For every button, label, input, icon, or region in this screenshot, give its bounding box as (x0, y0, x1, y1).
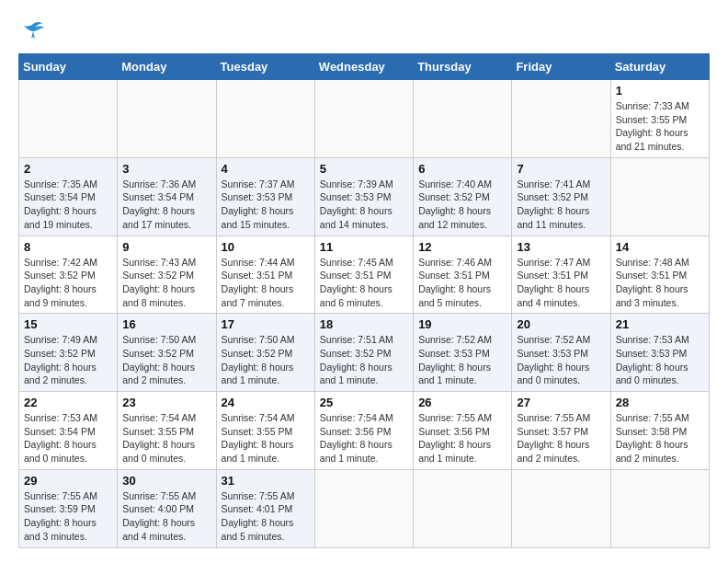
calendar-cell: 27 Sunrise: 7:55 AMSunset: 3:57 PMDaylig… (512, 392, 610, 470)
calendar-cell: 24 Sunrise: 7:54 AMSunset: 3:55 PMDaylig… (216, 392, 314, 470)
day-number: 31 (222, 474, 310, 488)
calendar-cell: 30 Sunrise: 7:55 AMSunset: 4:00 PMDaylig… (118, 469, 216, 547)
day-number: 20 (517, 317, 605, 331)
day-number: 30 (122, 474, 210, 488)
day-info: Sunrise: 7:47 AMSunset: 3:51 PMDaylight:… (517, 256, 605, 310)
day-info: Sunrise: 7:55 AMSunset: 4:01 PMDaylight:… (222, 489, 310, 544)
calendar-cell: 20 Sunrise: 7:52 AMSunset: 3:53 PMDaylig… (512, 314, 610, 392)
calendar-cell: 16 Sunrise: 7:50 AMSunset: 3:52 PMDaylig… (118, 314, 216, 392)
weekday-header-thursday: Thursday (414, 54, 512, 80)
calendar-week-4: 15 Sunrise: 7:49 AMSunset: 3:52 PMDaylig… (19, 314, 710, 392)
calendar-cell: 31 Sunrise: 7:55 AMSunset: 4:01 PMDaylig… (216, 469, 314, 547)
weekday-header-sunday: Sunday (19, 54, 118, 80)
day-info: Sunrise: 7:53 AMSunset: 3:54 PMDaylight:… (24, 411, 112, 465)
calendar-cell: 5 Sunrise: 7:39 AMSunset: 3:53 PMDayligh… (314, 157, 413, 236)
day-number: 2 (24, 162, 112, 176)
logo (18, 18, 46, 44)
calendar-week-3: 8 Sunrise: 7:42 AMSunset: 3:52 PMDayligh… (19, 236, 710, 314)
day-number: 18 (320, 317, 408, 331)
day-number: 26 (418, 396, 506, 409)
calendar-cell (610, 469, 709, 547)
day-number: 25 (320, 396, 408, 409)
day-number: 1 (616, 84, 704, 98)
calendar-cell (414, 80, 512, 158)
day-number: 12 (418, 240, 506, 254)
day-info: Sunrise: 7:36 AMSunset: 3:54 PMDaylight:… (122, 178, 210, 232)
calendar-cell: 9 Sunrise: 7:43 AMSunset: 3:52 PMDayligh… (118, 236, 216, 314)
day-number: 22 (24, 396, 112, 409)
calendar-table: SundayMondayTuesdayWednesdayThursdayFrid… (18, 53, 710, 548)
day-info: Sunrise: 7:51 AMSunset: 3:52 PMDaylight:… (320, 333, 408, 387)
calendar-cell: 8 Sunrise: 7:42 AMSunset: 3:52 PMDayligh… (19, 236, 118, 314)
day-info: Sunrise: 7:54 AMSunset: 3:55 PMDaylight:… (222, 411, 310, 465)
calendar-cell: 22 Sunrise: 7:53 AMSunset: 3:54 PMDaylig… (19, 392, 118, 470)
day-info: Sunrise: 7:50 AMSunset: 3:52 PMDaylight:… (122, 333, 210, 387)
day-number: 5 (320, 162, 408, 176)
day-info: Sunrise: 7:55 AMSunset: 3:56 PMDaylight:… (418, 411, 506, 465)
day-info: Sunrise: 7:33 AMSunset: 3:55 PMDaylight:… (616, 99, 704, 154)
day-number: 8 (24, 240, 112, 254)
day-info: Sunrise: 7:55 AMSunset: 3:57 PMDaylight:… (517, 411, 605, 465)
calendar-cell: 3 Sunrise: 7:36 AMSunset: 3:54 PMDayligh… (118, 157, 216, 236)
calendar-week-1: 1 Sunrise: 7:33 AMSunset: 3:55 PMDayligh… (19, 80, 710, 158)
day-info: Sunrise: 7:37 AMSunset: 3:53 PMDaylight:… (222, 178, 310, 232)
day-number: 10 (222, 240, 310, 254)
calendar-cell: 4 Sunrise: 7:37 AMSunset: 3:53 PMDayligh… (216, 157, 314, 236)
page-header (18, 18, 710, 44)
calendar-cell (512, 80, 610, 158)
calendar-cell (314, 469, 413, 547)
day-number: 13 (517, 240, 605, 254)
calendar-cell: 21 Sunrise: 7:53 AMSunset: 3:53 PMDaylig… (610, 314, 709, 392)
day-info: Sunrise: 7:35 AMSunset: 3:54 PMDaylight:… (24, 178, 112, 232)
calendar-cell: 28 Sunrise: 7:55 AMSunset: 3:58 PMDaylig… (610, 392, 709, 470)
calendar-cell (314, 80, 413, 158)
day-info: Sunrise: 7:50 AMSunset: 3:52 PMDaylight:… (222, 333, 310, 387)
day-number: 9 (122, 240, 210, 254)
calendar-week-5: 22 Sunrise: 7:53 AMSunset: 3:54 PMDaylig… (19, 392, 710, 470)
calendar-cell: 10 Sunrise: 7:44 AMSunset: 3:51 PMDaylig… (216, 236, 314, 314)
calendar-week-2: 2 Sunrise: 7:35 AMSunset: 3:54 PMDayligh… (19, 157, 710, 236)
calendar-cell: 17 Sunrise: 7:50 AMSunset: 3:52 PMDaylig… (216, 314, 314, 392)
weekday-header-saturday: Saturday (610, 54, 709, 80)
calendar-cell: 23 Sunrise: 7:54 AMSunset: 3:55 PMDaylig… (118, 392, 216, 470)
calendar-cell: 19 Sunrise: 7:52 AMSunset: 3:53 PMDaylig… (414, 314, 512, 392)
day-info: Sunrise: 7:40 AMSunset: 3:52 PMDaylight:… (418, 178, 506, 232)
calendar-cell (216, 80, 314, 158)
weekday-header-friday: Friday (512, 54, 610, 80)
day-number: 17 (222, 317, 310, 331)
day-number: 28 (616, 396, 704, 409)
day-info: Sunrise: 7:52 AMSunset: 3:53 PMDaylight:… (517, 333, 605, 387)
day-info: Sunrise: 7:55 AMSunset: 3:59 PMDaylight:… (24, 489, 112, 544)
day-info: Sunrise: 7:54 AMSunset: 3:55 PMDaylight:… (122, 411, 210, 465)
calendar-cell (610, 157, 709, 236)
calendar-header-row: SundayMondayTuesdayWednesdayThursdayFrid… (19, 54, 710, 80)
day-info: Sunrise: 7:55 AMSunset: 4:00 PMDaylight:… (122, 489, 210, 544)
day-number: 23 (122, 396, 210, 409)
day-number: 4 (222, 162, 310, 176)
logo-bird-icon (20, 18, 46, 44)
day-info: Sunrise: 7:45 AMSunset: 3:51 PMDaylight:… (320, 256, 408, 310)
day-number: 19 (418, 317, 506, 331)
calendar-cell: 12 Sunrise: 7:46 AMSunset: 3:51 PMDaylig… (414, 236, 512, 314)
day-info: Sunrise: 7:53 AMSunset: 3:53 PMDaylight:… (616, 333, 704, 387)
day-number: 24 (222, 396, 310, 409)
calendar-cell: 14 Sunrise: 7:48 AMSunset: 3:51 PMDaylig… (610, 236, 709, 314)
calendar-cell (118, 80, 216, 158)
day-number: 14 (616, 240, 704, 254)
calendar-cell: 18 Sunrise: 7:51 AMSunset: 3:52 PMDaylig… (314, 314, 413, 392)
calendar-cell (512, 469, 610, 547)
calendar-cell: 13 Sunrise: 7:47 AMSunset: 3:51 PMDaylig… (512, 236, 610, 314)
weekday-header-tuesday: Tuesday (216, 54, 314, 80)
calendar-cell: 1 Sunrise: 7:33 AMSunset: 3:55 PMDayligh… (610, 80, 709, 158)
calendar-cell (414, 469, 512, 547)
calendar-cell: 6 Sunrise: 7:40 AMSunset: 3:52 PMDayligh… (414, 157, 512, 236)
calendar-cell (19, 80, 118, 158)
day-info: Sunrise: 7:42 AMSunset: 3:52 PMDaylight:… (24, 256, 112, 310)
day-info: Sunrise: 7:44 AMSunset: 3:51 PMDaylight:… (222, 256, 310, 310)
calendar-week-6: 29 Sunrise: 7:55 AMSunset: 3:59 PMDaylig… (19, 469, 710, 547)
calendar-cell: 29 Sunrise: 7:55 AMSunset: 3:59 PMDaylig… (19, 469, 118, 547)
day-info: Sunrise: 7:43 AMSunset: 3:52 PMDaylight:… (122, 256, 210, 310)
day-info: Sunrise: 7:39 AMSunset: 3:53 PMDaylight:… (320, 178, 408, 232)
day-number: 27 (517, 396, 605, 409)
day-info: Sunrise: 7:54 AMSunset: 3:56 PMDaylight:… (320, 411, 408, 465)
